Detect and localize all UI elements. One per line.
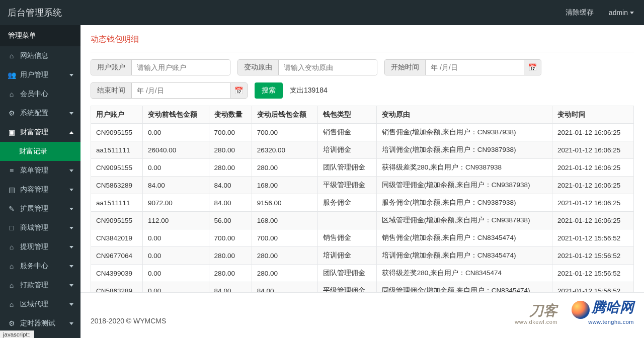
filter-bar: 用户账户 变动原由 开始时间 📅 结束时间 📅 搜索	[91, 59, 634, 99]
page-title: 动态钱包明细	[91, 34, 634, 52]
table-cell: 0.00	[142, 247, 209, 265]
sidebar-item[interactable]: ⚙系统配置	[0, 104, 80, 123]
table-cell: CN3842019	[91, 229, 143, 247]
sidebar-item[interactable]: ▣财富管理	[0, 123, 80, 142]
table-cell: 280.00	[209, 159, 252, 177]
menu-icon: ⚙	[7, 109, 16, 117]
table-cell: 84.00	[252, 282, 318, 292]
table-row: CN58632890.0084.0084.00平级管理佣金同级管理佣金(增加余额…	[91, 282, 634, 292]
table-row: aa151111126040.00280.0026320.00培训佣金培训佣金(…	[91, 141, 634, 159]
table-cell: aa1511111	[91, 141, 143, 159]
chevron-down-icon	[69, 170, 73, 172]
main: 动态钱包明细 用户账户 变动原由 开始时间 📅 结束时间	[80, 25, 644, 338]
table-cell: 84.00	[209, 282, 252, 292]
sidebar-item[interactable]: ⌂打款管理	[0, 276, 80, 295]
chevron-down-icon	[69, 265, 73, 268]
menu-icon: ⌂	[7, 52, 16, 60]
copyright: 2018-2020 © WYMCMS	[91, 317, 166, 325]
sidebar-item[interactable]: 👥用户管理	[0, 65, 80, 84]
sidebar-item[interactable]: ⌂会员中心	[0, 84, 80, 104]
table-header: 变动前钱包金额	[142, 106, 209, 124]
table-cell: aa1511111	[91, 194, 143, 212]
table-cell: 84.00	[209, 194, 252, 212]
reason-input[interactable]	[279, 60, 377, 75]
sidebar-subitem[interactable]: 财富记录	[0, 142, 80, 161]
chevron-down-icon	[630, 12, 634, 14]
table-cell: CN9095155	[91, 212, 143, 229]
menu-icon: ✎	[7, 205, 16, 213]
table-cell: CN9677064	[91, 247, 143, 265]
table-cell: 2021-01-12 16:06:25	[552, 159, 634, 177]
table-cell: 培训佣金(增加余额,来自用户：CN8345474)	[376, 247, 552, 265]
menu-icon: ⌂	[7, 90, 16, 98]
sidebar-item-label: 区域代理	[20, 300, 69, 309]
sidebar-item-label: 用户管理	[20, 70, 69, 79]
table-cell: 84.00	[142, 177, 209, 194]
calendar-icon[interactable]: 📅	[524, 60, 541, 75]
chevron-down-icon	[69, 189, 73, 191]
search-button[interactable]: 搜索	[255, 82, 283, 99]
brand-title: 后台管理系统	[8, 7, 62, 19]
sidebar-item-label: 服务中心	[20, 262, 69, 271]
sidebar-item-label: 定时器测试	[20, 319, 69, 328]
table-cell: 团队管理佣金	[318, 265, 376, 282]
table-cell: 700.00	[209, 124, 252, 141]
table-row: CN96770640.00280.00280.00培训佣金培训佣金(增加余额,来…	[91, 247, 634, 265]
menu-icon: ▤	[7, 186, 16, 194]
topbar: 后台管理系统 清除缓存 admin	[0, 0, 644, 25]
clear-cache-link[interactable]: 清除缓存	[566, 8, 594, 17]
table-cell: 区域管理佣金(增加余额,来自用户：CN9387938)	[376, 212, 552, 229]
chevron-down-icon	[69, 227, 73, 229]
start-time-input[interactable]	[426, 60, 524, 75]
chevron-down-icon	[69, 246, 73, 248]
sidebar-item[interactable]: ⌂提现管理	[0, 237, 80, 257]
table-header: 变动原由	[376, 106, 552, 124]
table-cell: 9156.00	[252, 194, 318, 212]
sidebar-item[interactable]: ⌂区域代理	[0, 295, 80, 314]
chevron-down-icon	[69, 208, 73, 210]
table-cell: 168.00	[252, 212, 318, 229]
table-cell: 280.00	[209, 247, 252, 265]
table-header: 用户账户	[91, 106, 143, 124]
sidebar-item[interactable]: ✎扩展管理	[0, 199, 80, 218]
chevron-down-icon	[69, 303, 73, 306]
table-cell: 2021-01-12 16:06:25	[552, 141, 634, 159]
start-time-label: 开始时间	[385, 60, 426, 75]
wallet-table: 用户账户变动前钱包金额变动数量变动后钱包金额钱包类型变动原由变动时间 CN909…	[91, 106, 634, 292]
user-name: admin	[609, 9, 628, 17]
end-time-input[interactable]	[132, 83, 230, 98]
table-cell: 280.00	[252, 265, 318, 282]
table-cell: CN5863289	[91, 177, 143, 194]
sidebar-item-label: 提现管理	[20, 242, 69, 251]
sidebar-item[interactable]: ▤内容管理	[0, 180, 80, 199]
table-cell: 9072.00	[142, 194, 209, 212]
sidebar-item-label: 扩展管理	[20, 204, 69, 213]
table-cell: 26040.00	[142, 141, 209, 159]
table-cell: 56.00	[209, 212, 252, 229]
table-row: CN38420190.00700.00700.00销售佣金销售佣金(增加余额,来…	[91, 229, 634, 247]
table-cell: CN5863289	[91, 282, 143, 292]
table-header: 变动时间	[552, 106, 634, 124]
sidebar-item[interactable]: ⌂服务中心	[0, 257, 80, 276]
user-dropdown[interactable]: admin	[609, 9, 634, 17]
sidebar-header: 管理菜单	[0, 25, 80, 46]
reason-filter: 变动原由	[237, 59, 377, 75]
sidebar-item[interactable]: □商城管理	[0, 218, 80, 237]
account-input[interactable]	[132, 60, 230, 75]
table-cell: 700.00	[252, 229, 318, 247]
table-cell: 服务佣金(增加余额,来自用户：CN9387938)	[376, 194, 552, 212]
calendar-icon[interactable]: 📅	[230, 83, 247, 98]
table-cell: 2021-01-12 16:06:25	[552, 177, 634, 194]
table-row: CN586328984.0084.00168.00平级管理佣金同级管理佣金(增加…	[91, 177, 634, 194]
sidebar-item[interactable]: ⌂网站信息	[0, 46, 80, 65]
table-cell: 销售佣金(增加余额,来自用户：CN8345474)	[376, 229, 552, 247]
table-cell: 26320.00	[252, 141, 318, 159]
watermark-logo-icon	[572, 301, 590, 319]
sidebar-item[interactable]: ≡菜单管理	[0, 161, 80, 180]
table-cell: 服务佣金	[318, 194, 376, 212]
table-cell: 销售佣金(增加余额,来自用户：CN9387938)	[376, 124, 552, 141]
chevron-up-icon	[69, 131, 73, 134]
table-row: aa15111119072.0084.009156.00服务佣金服务佣金(增加余…	[91, 194, 634, 212]
chevron-down-icon	[69, 112, 73, 115]
table-row: CN43990390.00280.00280.00团队管理佣金获得级差奖280,…	[91, 265, 634, 282]
